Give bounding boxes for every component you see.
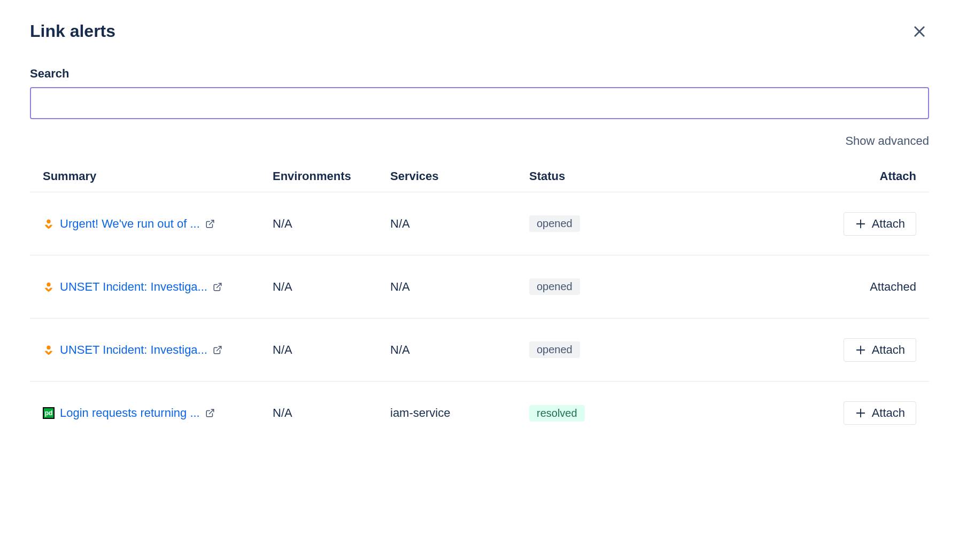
summary-cell: UNSET Incident: Investiga... [43, 343, 273, 357]
services-cell: N/A [390, 343, 529, 357]
svg-point-8 [47, 345, 50, 349]
status-badge: resolved [529, 405, 585, 422]
svg-line-7 [216, 283, 221, 287]
show-advanced-link[interactable]: Show advanced [30, 134, 929, 148]
status-cell: resolved [529, 405, 636, 422]
close-icon [912, 24, 927, 39]
attach-button-label: Attach [872, 217, 905, 231]
status-cell: opened [529, 341, 636, 358]
plus-icon [855, 407, 867, 419]
environments-cell: N/A [273, 217, 390, 231]
attached-label: Attached [870, 280, 916, 294]
dialog-title: Link alerts [30, 21, 115, 41]
external-link-icon [213, 345, 222, 355]
status-badge: opened [529, 215, 580, 232]
svg-line-12 [209, 409, 213, 414]
table-row: Urgent! We've run out of ...N/AN/Aopened… [30, 192, 929, 255]
pagerduty-icon: pd [43, 407, 55, 419]
external-link-icon [205, 219, 215, 229]
alert-summary-link[interactable]: Login requests returning ... [60, 406, 200, 420]
svg-point-2 [47, 219, 50, 223]
search-label: Search [30, 67, 929, 81]
attach-button-label: Attach [872, 406, 905, 420]
attach-cell: Attach [636, 212, 916, 236]
environments-cell: N/A [273, 280, 390, 294]
status-badge: opened [529, 341, 580, 358]
alert-summary-link[interactable]: Urgent! We've run out of ... [60, 217, 200, 231]
services-cell: N/A [390, 280, 529, 294]
plus-icon [855, 218, 867, 230]
search-input[interactable] [30, 87, 929, 119]
status-badge: opened [529, 278, 580, 295]
summary-cell: pdLogin requests returning ... [43, 406, 273, 420]
attach-cell: Attached [636, 280, 916, 294]
svg-line-9 [216, 346, 221, 351]
status-cell: opened [529, 215, 636, 232]
table-header: Summary Environments Services Status Att… [30, 161, 929, 192]
close-button[interactable] [910, 22, 929, 41]
column-attach: Attach [636, 169, 916, 183]
attach-button[interactable]: Attach [844, 401, 916, 425]
opsgenie-icon [43, 218, 55, 230]
link-alerts-dialog: Link alerts Search Show advanced Summary… [0, 0, 959, 466]
services-cell: iam-service [390, 406, 529, 420]
alert-summary-link[interactable]: UNSET Incident: Investiga... [60, 343, 207, 357]
status-cell: opened [529, 278, 636, 295]
table-body: Urgent! We've run out of ...N/AN/Aopened… [30, 192, 929, 445]
column-status: Status [529, 169, 636, 183]
alert-summary-link[interactable]: UNSET Incident: Investiga... [60, 280, 207, 294]
column-summary: Summary [43, 169, 273, 183]
plus-icon [855, 344, 867, 356]
services-cell: N/A [390, 217, 529, 231]
column-services: Services [390, 169, 529, 183]
environments-cell: N/A [273, 406, 390, 420]
attach-button[interactable]: Attach [844, 338, 916, 362]
attach-button[interactable]: Attach [844, 212, 916, 236]
external-link-icon [213, 282, 222, 292]
svg-line-3 [209, 220, 213, 224]
alerts-table: Summary Environments Services Status Att… [30, 161, 929, 445]
table-row: UNSET Incident: Investiga...N/AN/Aopened… [30, 255, 929, 318]
svg-point-6 [47, 282, 50, 286]
table-row: UNSET Incident: Investiga...N/AN/Aopened… [30, 318, 929, 382]
summary-cell: UNSET Incident: Investiga... [43, 280, 273, 294]
table-row: pdLogin requests returning ...N/Aiam-ser… [30, 382, 929, 445]
opsgenie-icon [43, 281, 55, 293]
opsgenie-icon [43, 344, 55, 356]
environments-cell: N/A [273, 343, 390, 357]
column-environments: Environments [273, 169, 390, 183]
attach-cell: Attach [636, 338, 916, 362]
external-link-icon [205, 408, 215, 418]
dialog-header: Link alerts [30, 21, 929, 41]
summary-cell: Urgent! We've run out of ... [43, 217, 273, 231]
attach-cell: Attach [636, 401, 916, 425]
attach-button-label: Attach [872, 343, 905, 357]
